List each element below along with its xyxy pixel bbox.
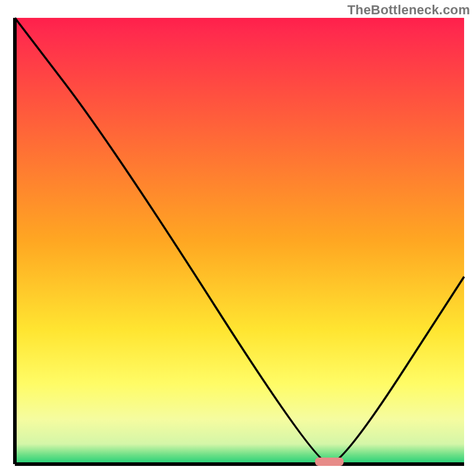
plot-background	[15, 18, 464, 464]
watermark-text: TheBottleneck.com	[347, 2, 470, 18]
chart-svg	[0, 0, 476, 476]
bottleneck-chart: TheBottleneck.com	[0, 0, 476, 476]
optimal-marker	[315, 458, 344, 466]
